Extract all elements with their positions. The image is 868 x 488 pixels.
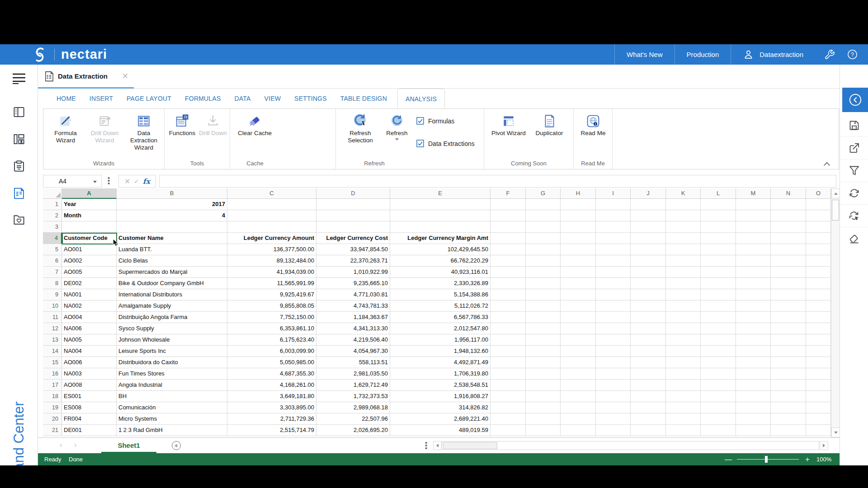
zoom-out-icon[interactable]: — [725,455,732,464]
cell-L16[interactable] [701,368,736,380]
name-box-dropdown-icon[interactable] [93,181,97,183]
cell-O5[interactable] [806,244,831,255]
cell-B19[interactable]: Comunicación [117,402,227,413]
cell-H9[interactable] [561,289,596,300]
cell-G13[interactable] [526,334,561,346]
cell-O13[interactable] [806,334,831,346]
select-all-corner[interactable] [43,188,62,199]
cell-F20[interactable] [491,413,526,425]
cell-J6[interactable] [631,255,666,267]
cell-H21[interactable] [561,425,596,436]
cell-C5[interactable]: 136,377,500.00 [227,244,316,255]
cell-I9[interactable] [596,289,631,300]
add-sheet-button[interactable]: + [172,441,181,450]
data-extraction-document-icon[interactable] [12,187,26,200]
cell-N20[interactable] [771,413,806,425]
cell-J8[interactable] [631,278,666,289]
cell-J15[interactable] [631,357,666,368]
cell-O14[interactable] [806,346,831,357]
cell-D18[interactable]: 1,732,373.53 [316,391,390,402]
cell-G5[interactable] [526,244,561,255]
cell-E2[interactable] [390,210,491,221]
cell-O7[interactable] [806,267,831,278]
cell-F16[interactable] [491,368,526,380]
cell-F7[interactable] [491,267,526,278]
cell-O3[interactable] [806,221,831,233]
cell-L7[interactable] [701,267,736,278]
cell-O17[interactable] [806,380,831,391]
cell-A16[interactable]: NA003 [62,368,117,380]
cell-D5[interactable]: 33,947,854.50 [316,244,390,255]
environment-selector[interactable]: Production [675,44,731,65]
cell-D11[interactable]: 1,184,363.67 [316,312,390,323]
cell-A2[interactable]: Month [62,210,117,221]
cell-E19[interactable]: 314,826.82 [390,402,491,413]
cell-M16[interactable] [736,368,771,380]
cell-M1[interactable] [736,199,771,210]
cell-D16[interactable]: 2,981,035.50 [316,368,390,380]
row-header-21[interactable]: 21 [43,425,62,436]
cell-C2[interactable] [227,210,316,221]
cell-M5[interactable] [736,244,771,255]
cell-C12[interactable]: 6,353,861.10 [227,323,316,334]
row-header-8[interactable]: 8 [43,278,62,289]
cell-K11[interactable] [666,312,701,323]
cell-A19[interactable]: ES008 [62,402,117,413]
cell-I21[interactable] [596,425,631,436]
cell-E15[interactable]: 4,492,871.49 [390,357,491,368]
cell-I16[interactable] [596,368,631,380]
cell-H12[interactable] [561,323,596,334]
cell-A18[interactable]: ES001 [62,391,117,402]
cell-O12[interactable] [806,323,831,334]
row-header-15[interactable]: 15 [43,357,62,368]
cell-G18[interactable] [526,391,561,402]
cell-I3[interactable] [596,221,631,233]
cell-E14[interactable]: 1,948,132.60 [390,346,491,357]
cell-C7[interactable]: 41,934,039.00 [227,267,316,278]
cell-D15[interactable]: 558,113.51 [316,357,390,368]
cell-I5[interactable] [596,244,631,255]
row-header-18[interactable]: 18 [43,391,62,402]
cell-A20[interactable]: FR004 [62,413,117,425]
cell-N12[interactable] [771,323,806,334]
cell-E17[interactable]: 2,538,548.51 [390,380,491,391]
data-extraction-wizard-button[interactable]: Data Extraction Wizard [125,113,162,151]
cell-N1[interactable] [771,199,806,210]
confirm-formula-icon[interactable]: ✓ [134,178,139,185]
row-header-4[interactable]: 4 [43,233,62,244]
cell-E7[interactable]: 40,923,116.01 [390,267,491,278]
cell-L13[interactable] [701,334,736,346]
ribbon-tab-page-layout[interactable]: PAGE LAYOUT [120,89,178,108]
cell-C1[interactable] [227,199,316,210]
column-header-G[interactable]: G [526,188,561,199]
cell-G8[interactable] [526,278,561,289]
cell-K3[interactable] [666,221,701,233]
cell-H3[interactable] [561,221,596,233]
cell-O8[interactable] [806,278,831,289]
cell-F6[interactable] [491,255,526,267]
eraser-button[interactable] [840,227,868,250]
cell-B2[interactable]: 4 [117,210,227,221]
cell-B13[interactable]: Johnson Wholesale [117,334,227,346]
column-header-I[interactable]: I [596,188,631,199]
horizontal-scrollbar[interactable] [442,441,819,450]
cell-H7[interactable] [561,267,596,278]
cell-E10[interactable]: 5,112,026.72 [390,300,491,312]
filter-button[interactable] [840,160,868,182]
next-sheet-icon[interactable]: › [74,441,77,450]
cell-H10[interactable] [561,300,596,312]
row-header-20[interactable]: 20 [43,413,62,425]
cell-O4[interactable] [806,233,831,244]
cell-K13[interactable] [666,334,701,346]
cell-M19[interactable] [736,402,771,413]
cell-G12[interactable] [526,323,561,334]
cell-K17[interactable] [666,380,701,391]
cell-K5[interactable] [666,244,701,255]
cell-E20[interactable]: 2,689,221.40 [390,413,491,425]
cell-M6[interactable] [736,255,771,267]
formula-bar-kebab-icon[interactable]: ••• [108,177,110,185]
cell-M2[interactable] [736,210,771,221]
cell-G20[interactable] [526,413,561,425]
vertical-scrollbar[interactable] [831,188,840,437]
collapse-panel-button[interactable] [842,88,868,112]
